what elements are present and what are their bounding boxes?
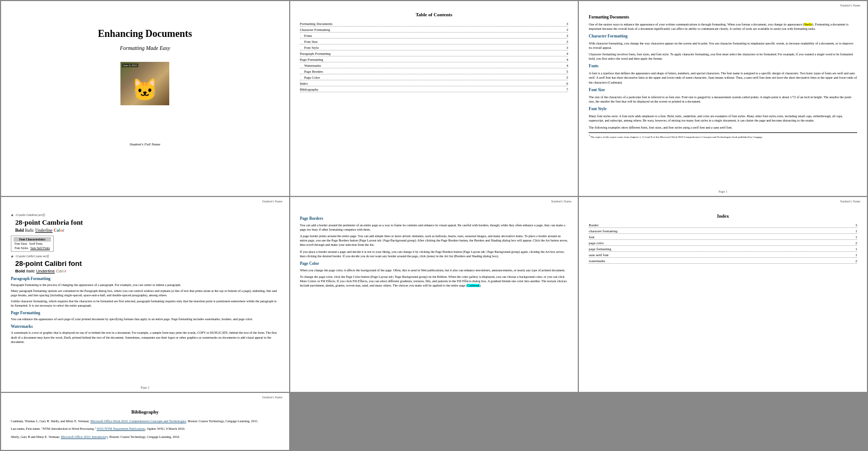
index-page: 3 bbox=[856, 223, 857, 227]
page-formatting-body: You can enhance the appearance of each p… bbox=[11, 317, 279, 321]
page-borders-content: Page Borders You can add a border around… bbox=[300, 213, 569, 288]
page-index: Student's Name Index Border 3 character … bbox=[579, 197, 867, 392]
page-color-body2: To change the page color, click the Page… bbox=[300, 275, 569, 288]
char-formatting-body2: Character formatting involves fonts, fon… bbox=[589, 52, 857, 61]
student-name-header-p5: Student's Name bbox=[551, 200, 572, 203]
toc-label: Font Style bbox=[304, 46, 319, 49]
para-formatting-body1: Paragraph formatting is the process of c… bbox=[11, 283, 279, 287]
watermarks-title: Watermarks bbox=[11, 324, 279, 329]
toc-page: 3 bbox=[566, 28, 568, 31]
bib-entry-2: Last name, First name. "NTM–Introduction… bbox=[11, 427, 279, 431]
toc-label: Character Formatting bbox=[300, 28, 330, 31]
fonts-body: A font is a typeface that defines the ap… bbox=[589, 71, 857, 85]
char-formatting-title: Character Formatting bbox=[589, 34, 857, 40]
page-cover: Enhancing Documents Formatting Made Easy… bbox=[1, 1, 289, 196]
student-name-header-p7: Student's Name bbox=[262, 396, 283, 399]
page-color-title: Page Color bbox=[300, 261, 569, 266]
toc-label: Index bbox=[300, 81, 308, 85]
toc-item-index: Index 6 bbox=[300, 81, 569, 86]
cambria-styles-demo: Bold Italic Underline Color bbox=[15, 228, 279, 233]
bibliography-content: Bibliography Cashman, Thomas J., Gary B.… bbox=[11, 409, 279, 442]
bib-entry-3: Shelly, Gary B and Misty E. Vermaat. Mic… bbox=[11, 435, 279, 439]
toc-page: 4 bbox=[566, 52, 568, 55]
toc-item-page-color: Page Color 5 bbox=[300, 75, 569, 80]
watermarks-body: A watermark is a text or graphic that is… bbox=[11, 331, 279, 344]
para-formatting-body3: Unlike character formatting, which requi… bbox=[11, 299, 279, 308]
toc-page: 5 bbox=[566, 69, 568, 73]
page-borders-body2: A page border prints around the entire p… bbox=[300, 234, 569, 247]
toc-page: 3 bbox=[566, 40, 568, 43]
pages-container: Enhancing Documents Formatting Made Easy… bbox=[0, 0, 868, 451]
toc-item-watermarks: Watermarks 4 bbox=[300, 63, 569, 68]
index-page: 1 bbox=[856, 247, 857, 251]
toc-item-font-size: Font Size 3 bbox=[300, 40, 569, 45]
index-item-border: Border 3 bbox=[589, 223, 857, 228]
toc-label: Formatting Documents bbox=[300, 22, 333, 26]
page-number-2: Page 2 bbox=[141, 386, 149, 389]
font-chars-row2: Font Styles Sans Serif Fonts bbox=[14, 246, 51, 250]
toc-page: 5 bbox=[566, 75, 568, 79]
formatting-docs-body1: One of the easiest ways to enhance the a… bbox=[589, 22, 857, 31]
cover-image: June 4, 2011 🐱 bbox=[120, 62, 169, 105]
font-demos: ◆ 12-point Cambria (serif) 28-point Camb… bbox=[11, 213, 279, 344]
toc-label: Bibliography bbox=[300, 87, 318, 91]
toc-label: Page Formatting bbox=[300, 58, 323, 61]
index-label: font bbox=[589, 235, 594, 239]
index-page: 1 bbox=[856, 235, 857, 239]
index-page: 1 bbox=[856, 253, 857, 257]
page-formatting-title: Page Formatting bbox=[11, 310, 279, 315]
bibliography-title: Bibliography bbox=[11, 409, 279, 415]
cambria-label: ◆ 12-point Cambria (serif) bbox=[11, 213, 279, 217]
toc-page: 3 bbox=[566, 22, 568, 26]
cambria-demo-block: 28-point Cambria font Bold Italic Underl… bbox=[11, 218, 279, 233]
bib-link-1: Microsoft Office Word 2010: Comprehensiv… bbox=[91, 420, 187, 423]
index-title: Index bbox=[589, 213, 857, 219]
index-content: Index Border 3 character formatting 1 fo… bbox=[589, 213, 857, 265]
watermarks-section: Watermarks A watermark is a text or grap… bbox=[11, 324, 279, 344]
toc-page: 7 bbox=[566, 87, 568, 91]
toc-label: Font Size bbox=[304, 40, 318, 43]
student-name-header-p6: Student's Name bbox=[840, 200, 860, 203]
toc-title: Table of Contents bbox=[300, 12, 569, 17]
para-formatting-body2: Many paragraph formatting options are co… bbox=[11, 289, 279, 297]
toc-page: 4 bbox=[566, 63, 568, 67]
font-size-title: Font Size bbox=[589, 87, 857, 93]
bib-link-3: Microsoft Office 2010: Introductory bbox=[61, 435, 108, 439]
char-formatting-body1: With character formatting, you change th… bbox=[589, 41, 857, 50]
font-size-body: The size of the characters of a particul… bbox=[589, 95, 857, 104]
page-borders: Student's Name Page Borders You can add … bbox=[290, 197, 578, 392]
calibri-styles-demo: Bold Italic Underline Color bbox=[15, 269, 279, 274]
cat-image: 🐱 bbox=[131, 77, 158, 103]
font-style-title: Font Style bbox=[589, 106, 857, 112]
serif-fonts-label: Serif Fonts bbox=[29, 242, 42, 245]
index-page: 2 bbox=[856, 241, 857, 245]
toc-item-formatting-docs: Formatting Documents 3 bbox=[300, 22, 569, 27]
index-label: character formatting bbox=[589, 229, 617, 233]
cover-title: Enhancing Documents bbox=[98, 28, 193, 40]
font-chars-box: Font Characteristics Font Sizes Serif Fo… bbox=[11, 234, 279, 253]
toc-label: Page Borders bbox=[304, 69, 323, 73]
font-chars-header: Font Characteristics bbox=[14, 237, 51, 242]
toc-label: Paragraph Formatting bbox=[300, 52, 331, 55]
formatting-docs-title: Formatting Documents bbox=[589, 15, 857, 21]
cover-subtitle: Formatting Made Easy bbox=[120, 45, 170, 51]
index-item-page-color: page color 2 bbox=[589, 241, 857, 246]
page-color-body1: When you change the page color, it affec… bbox=[300, 268, 569, 272]
index-page: 1 bbox=[856, 229, 857, 233]
calibri-demo-block: 28-point Calibri font Bold Italic Underl… bbox=[11, 259, 279, 274]
highlight-shelly: Shelly bbox=[804, 23, 812, 26]
page-toc: Table of Contents Formatting Documents 3… bbox=[290, 1, 578, 196]
toc-item-para-formatting: Paragraph Formatting 4 bbox=[300, 52, 569, 56]
cashman-highlight: Cashman bbox=[467, 284, 479, 287]
index-label: page formatting bbox=[589, 247, 611, 251]
toc-item-page-borders: Page Borders 5 bbox=[300, 69, 569, 74]
font-characteristics-box: Font Characteristics Font Sizes Serif Fo… bbox=[11, 236, 54, 252]
para-formatting-title: Paragraph Formatting bbox=[11, 276, 279, 281]
index-page: 2 bbox=[856, 259, 857, 263]
toc-label: Fonts bbox=[304, 34, 312, 37]
bib-entry-1: Cashman, Thomas J., Gary B. Shelly, and … bbox=[11, 419, 279, 423]
toc-list: Formatting Documents 3 Character Formatt… bbox=[300, 22, 569, 93]
page-borders-body1: You can add a border around the perimete… bbox=[300, 223, 569, 232]
formatting-docs-content: Formatting Documents One of the easiest … bbox=[589, 12, 857, 130]
index-item-char-formatting: character formatting 1 bbox=[589, 229, 857, 234]
